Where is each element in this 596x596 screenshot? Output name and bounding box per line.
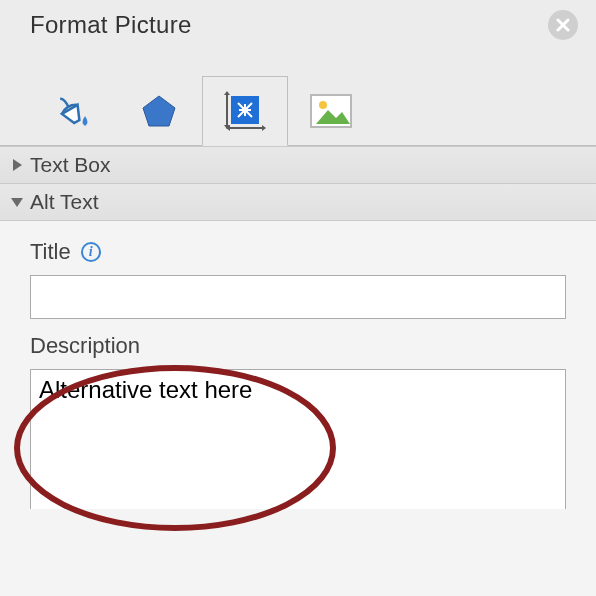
title-label: Title	[30, 239, 71, 265]
picture-icon	[310, 94, 352, 128]
panel-title: Format Picture	[30, 11, 192, 39]
svg-marker-0	[143, 96, 175, 126]
fill-line-tab[interactable]	[30, 76, 116, 146]
section-alt-text[interactable]: Alt Text	[0, 184, 596, 221]
pentagon-icon	[139, 91, 179, 131]
description-textarea[interactable]	[30, 369, 566, 509]
effects-tab[interactable]	[116, 76, 202, 146]
svg-marker-6	[13, 159, 22, 171]
size-properties-tab[interactable]	[202, 76, 288, 146]
paint-bucket-icon	[50, 88, 96, 134]
title-input[interactable]	[30, 275, 566, 319]
info-icon[interactable]: i	[81, 242, 101, 262]
panel-header: Format Picture	[0, 0, 596, 62]
svg-marker-7	[11, 198, 23, 207]
section-label: Alt Text	[30, 190, 98, 214]
close-button[interactable]	[548, 10, 578, 40]
section-label: Text Box	[30, 153, 111, 177]
section-text-box[interactable]: Text Box	[0, 146, 596, 184]
alt-text-content: Title i Description	[0, 221, 596, 596]
close-icon	[556, 18, 570, 32]
chevron-right-icon	[10, 158, 24, 172]
tab-bar	[0, 62, 596, 146]
chevron-down-icon	[10, 195, 24, 209]
format-picture-panel: Format Picture	[0, 0, 596, 596]
svg-point-2	[242, 107, 248, 113]
description-label: Description	[30, 333, 566, 359]
size-arrows-icon	[221, 90, 269, 132]
svg-point-4	[319, 101, 327, 109]
picture-tab[interactable]	[288, 76, 374, 146]
